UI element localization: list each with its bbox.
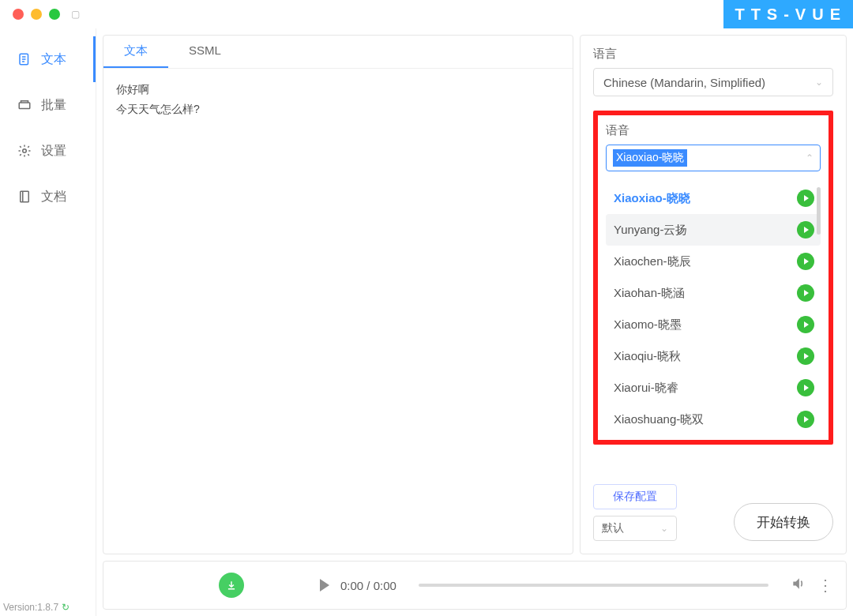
- voice-option[interactable]: Xiaomo-晓墨: [606, 309, 821, 340]
- voice-option[interactable]: Xiaorui-晓睿: [606, 372, 821, 404]
- play-icon: [804, 353, 809, 359]
- player-time: 0:00 / 0:00: [340, 579, 396, 592]
- language-value: Chinese (Mandarin, Simplified): [603, 76, 765, 89]
- sidebar-item-text[interactable]: 文本: [0, 36, 96, 82]
- sidebar-item-label: 文档: [41, 189, 66, 205]
- play-icon: [804, 385, 809, 391]
- play-preview-button[interactable]: [797, 347, 814, 365]
- voice-option[interactable]: Yunyang-云扬: [606, 214, 821, 246]
- batch-icon: [17, 98, 32, 112]
- sidebar-item-batch[interactable]: 批量: [0, 82, 96, 128]
- voice-option[interactable]: Xiaoxiao-晓晓: [606, 182, 821, 214]
- version-label: Version:1.8.7 ↻: [3, 602, 70, 613]
- svg-rect-1: [19, 103, 30, 109]
- play-preview-button[interactable]: [797, 411, 814, 428]
- svg-rect-3: [21, 191, 29, 202]
- sidebar: 文本 批量 设置 文档 Version:1.8.7 ↻: [0, 28, 96, 616]
- play-icon: [804, 416, 809, 423]
- minimize-window-button[interactable]: [31, 9, 42, 20]
- chevron-down-icon: ⌄: [815, 77, 823, 88]
- refresh-icon[interactable]: ↻: [62, 602, 70, 613]
- more-icon[interactable]: ⋮: [817, 576, 833, 595]
- chevron-up-icon: ⌃: [806, 152, 814, 163]
- editor-tabs: 文本 SSML: [103, 36, 573, 69]
- play-icon: [804, 195, 809, 201]
- audio-player: 0:00 / 0:00 ⋮: [103, 561, 847, 610]
- preset-value: 默认: [602, 521, 624, 535]
- volume-icon[interactable]: [791, 576, 806, 595]
- play-icon: [804, 258, 809, 265]
- sidebar-item-label: 文本: [41, 51, 66, 68]
- play-preview-button[interactable]: [797, 253, 814, 270]
- play-icon: [804, 227, 809, 233]
- player-track[interactable]: [419, 584, 768, 587]
- scrollbar[interactable]: [817, 187, 821, 235]
- sidebar-item-label: 批量: [41, 97, 66, 114]
- sidebar-item-docs[interactable]: 文档: [0, 174, 96, 220]
- svg-point-2: [23, 149, 27, 153]
- window-controls: [13, 9, 60, 20]
- preset-select[interactable]: 默认 ⌄: [593, 516, 677, 541]
- app-brand: TTS-VUE: [723, 0, 853, 28]
- editor-panel: 文本 SSML 你好啊 今天天气怎么样?: [103, 35, 573, 554]
- sidebar-item-settings[interactable]: 设置: [0, 128, 96, 174]
- tab-ssml[interactable]: SSML: [168, 36, 242, 68]
- voice-options-list: Xiaoxiao-晓晓 Yunyang-云扬 Xiaochen-晓辰: [606, 182, 821, 435]
- save-config-button[interactable]: 保存配置: [593, 484, 677, 509]
- voice-option[interactable]: Xiaoqiu-晓秋: [606, 340, 821, 372]
- book-icon: [17, 190, 32, 204]
- file-text-icon: [17, 52, 32, 66]
- voice-value: Xiaoxiao-晓晓: [613, 149, 687, 167]
- play-preview-button[interactable]: [797, 379, 814, 396]
- sidebar-item-label: 设置: [41, 143, 66, 160]
- gear-icon: [17, 144, 32, 158]
- maximize-window-button[interactable]: [49, 9, 60, 20]
- text-input[interactable]: 你好啊 今天天气怎么样?: [103, 69, 573, 554]
- play-icon: [804, 290, 809, 296]
- settings-panel: 语言 Chinese (Mandarin, Simplified) ⌄ 语音 X…: [580, 35, 847, 554]
- language-label: 语言: [593, 47, 833, 62]
- tab-text[interactable]: 文本: [103, 36, 168, 68]
- voice-label: 语音: [606, 123, 821, 138]
- play-preview-button[interactable]: [797, 221, 814, 239]
- voice-option[interactable]: Xiaochen-晓辰: [606, 246, 821, 277]
- language-select[interactable]: Chinese (Mandarin, Simplified) ⌄: [593, 68, 833, 96]
- voice-option[interactable]: Xiaohan-晓涵: [606, 277, 821, 309]
- play-button[interactable]: [320, 579, 329, 592]
- close-window-button[interactable]: [13, 9, 24, 20]
- display-icon: ▢: [71, 9, 80, 20]
- voice-option[interactable]: Xiaoshuang-晓双: [606, 404, 821, 435]
- voice-highlight-box: 语音 Xiaoxiao-晓晓 ⌃ Xiaoxiao-晓晓 Yunyang-云扬: [593, 111, 833, 445]
- start-convert-button[interactable]: 开始转换: [734, 503, 833, 541]
- play-preview-button[interactable]: [797, 284, 814, 302]
- play-preview-button[interactable]: [797, 190, 814, 207]
- voice-select[interactable]: Xiaoxiao-晓晓 ⌃: [606, 145, 821, 171]
- titlebar: ▢ TTS-VUE: [0, 0, 853, 28]
- download-button[interactable]: [219, 573, 244, 598]
- chevron-down-icon: ⌄: [660, 523, 668, 534]
- play-icon: [804, 321, 809, 328]
- play-preview-button[interactable]: [797, 316, 814, 333]
